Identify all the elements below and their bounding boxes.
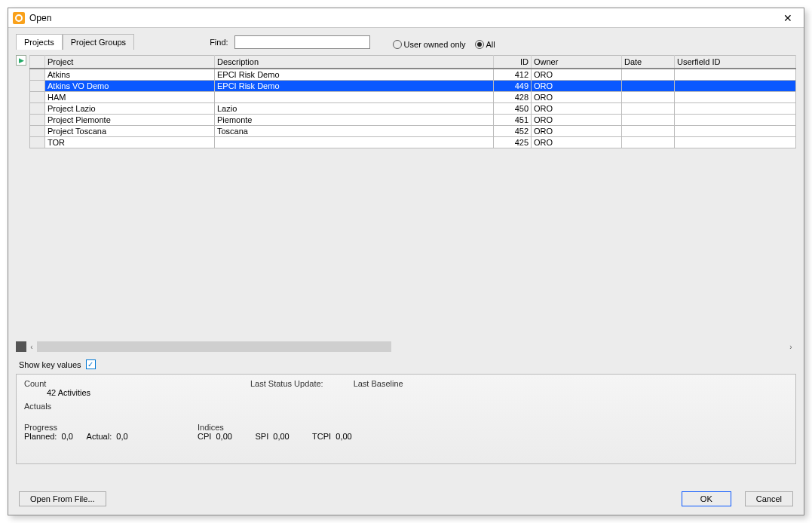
cpi-value: 0,00 [216,432,231,441]
scrollbar-thumb[interactable] [37,341,391,352]
open-from-file-button[interactable]: Open From File... [19,491,106,506]
key-values-panel: Count 42 Activities Last Status Update: … [16,374,796,464]
last-baseline-label: Last Baseline [354,379,403,397]
titlebar: Open ✕ [8,8,804,28]
spi-value: 0,00 [273,432,289,441]
tab-project-groups[interactable]: Project Groups [63,34,134,50]
actuals-label: Actuals [24,402,788,411]
table-row[interactable]: Atkins VO DemoEPCI Risk Demo449ORO [30,81,796,92]
table-row[interactable]: HAM428ORO [30,92,796,103]
table-row[interactable]: Project PiemontePiemonte451ORO [30,115,796,126]
app-icon [13,12,25,24]
tab-projects[interactable]: Projects [16,34,63,50]
indices-label: Indices [198,423,352,432]
radio-all[interactable]: All [475,40,495,49]
table-row[interactable]: Project LazioLazio450ORO [30,103,796,115]
table-row[interactable]: TOR425ORO [30,137,796,148]
col-owner[interactable]: Owner [532,56,622,69]
last-status-label: Last Status Update: [250,379,323,397]
table-row[interactable]: Project ToscanaToscana452ORO [30,126,796,137]
client-area: Projects Project Groups Find: User owned… [8,28,804,515]
col-date[interactable]: Date [622,56,675,69]
find-label: Find: [210,38,228,47]
close-icon[interactable]: ✕ [777,8,799,27]
projects-grid: Project Description ID Owner Date Userfi… [29,55,796,340]
table-row[interactable]: AtkinsEPCI Risk Demo412ORO [30,69,796,81]
col-description[interactable]: Description [215,56,494,69]
horizontal-scrollbar[interactable]: ‹ › [16,340,796,353]
run-icon[interactable]: ▶ [16,55,26,66]
activity-count: 42 Activities [24,388,220,397]
ok-button[interactable]: OK [682,491,731,506]
show-key-values-label: Show key values [19,360,81,369]
planned-value: 0,0 [62,432,73,441]
cancel-button[interactable]: Cancel [745,491,793,506]
tcpi-value: 0,00 [336,432,351,441]
col-id[interactable]: ID [494,56,532,69]
col-project[interactable]: Project [45,56,215,69]
radio-user-owned[interactable]: User owned only [393,40,466,49]
col-userfield[interactable]: Userfield ID [675,56,796,69]
grid-header: Project Description ID Owner Date Userfi… [30,56,796,69]
scroll-left-icon[interactable]: ‹ [26,341,37,352]
open-dialog: Open ✕ Projects Project Groups Find: Use… [8,8,804,515]
window-title: Open [29,13,51,23]
progress-label: Progress [24,423,167,432]
scroll-right-icon[interactable]: › [786,341,796,352]
actual-value: 0,0 [116,432,127,441]
find-input[interactable] [234,35,370,49]
show-key-values-checkbox[interactable] [86,359,96,369]
